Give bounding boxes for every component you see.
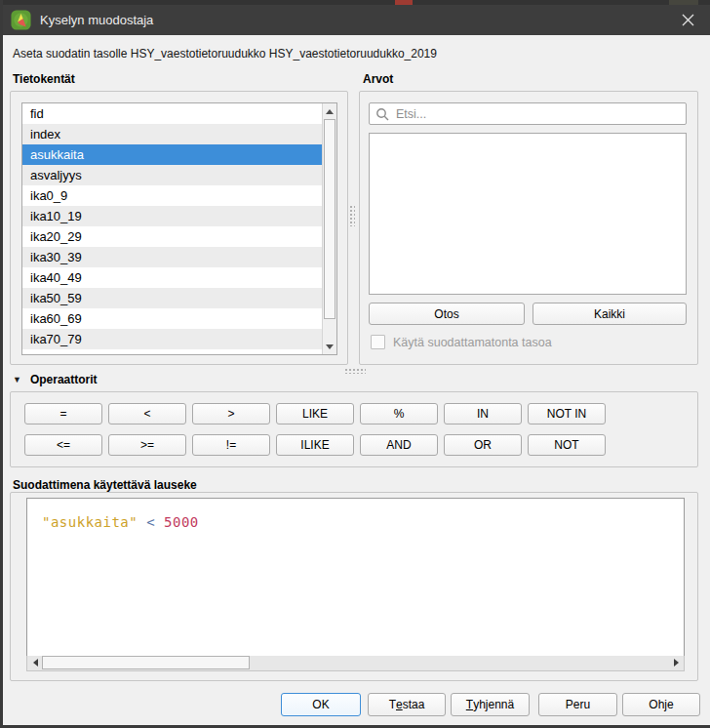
- operators-groupbox: = < > LIKE % IN NOT IN <= >= != ILIKE AN…: [10, 391, 698, 467]
- operator-percent-button[interactable]: %: [360, 403, 438, 425]
- use-unfiltered-layer-label: Käytä suodattamatonta tasoa: [393, 336, 552, 349]
- title-bar: Kyselyn muodostaja: [0, 5, 710, 35]
- field-row-ika50-59[interactable]: ika50_59: [22, 288, 322, 308]
- fields-vertical-scrollbar[interactable]: [322, 103, 336, 354]
- background-left-edge: [0, 0, 3, 728]
- field-row-ika-yli80[interactable]: ika_yli80: [22, 349, 322, 354]
- operator-like-button[interactable]: LIKE: [276, 403, 354, 425]
- fields-panel-label: Tietokentät: [13, 72, 75, 86]
- operator-less-than-button[interactable]: <: [108, 403, 186, 425]
- field-row-fid[interactable]: fid: [22, 103, 322, 124]
- field-row-ika60-69[interactable]: ika60_69: [22, 308, 322, 329]
- values-list[interactable]: [369, 133, 687, 295]
- clear-button[interactable]: Tyhjennä: [451, 693, 530, 716]
- operator-not-in-button[interactable]: NOT IN: [528, 403, 606, 425]
- arrow-left-icon: [33, 659, 38, 667]
- field-row-index[interactable]: index: [22, 124, 322, 144]
- operator-greater-than-button[interactable]: >: [192, 403, 270, 425]
- expression-number-token: 5000: [164, 514, 199, 530]
- expression-label: Suodattimena käytettävä lauseke: [13, 478, 197, 492]
- close-icon: [682, 14, 694, 26]
- all-values-button[interactable]: Kaikki: [532, 303, 687, 325]
- operators-label: Operaattorit: [30, 373, 98, 386]
- operators-header[interactable]: ▼ Operaattorit: [13, 373, 98, 386]
- field-row-asvaljyys[interactable]: asvaljyys: [22, 165, 322, 185]
- values-panel-label: Arvot: [363, 72, 393, 86]
- expression-operator-token: <: [146, 514, 155, 530]
- values-search: [369, 102, 687, 125]
- field-row-asukkaita-selected[interactable]: asukkaita: [22, 144, 322, 165]
- sample-button[interactable]: Otos: [369, 303, 525, 325]
- help-button-label: Ohje: [649, 698, 673, 711]
- expression-horizontal-scrollbar[interactable]: [26, 656, 685, 671]
- test-button[interactable]: Testaa: [368, 693, 446, 716]
- cancel-button[interactable]: Peru: [538, 693, 617, 716]
- scrollbar-thumb[interactable]: [324, 119, 335, 319]
- field-row-ika20-29[interactable]: ika20_29: [22, 226, 322, 247]
- search-input[interactable]: [369, 102, 687, 125]
- hscrollbar-thumb[interactable]: [42, 656, 250, 669]
- operator-less-equal-button[interactable]: <=: [24, 434, 102, 456]
- use-unfiltered-layer-checkbox[interactable]: [371, 335, 385, 349]
- field-row-ika0-9[interactable]: ika0_9: [22, 185, 322, 206]
- operator-ilike-button[interactable]: ILIKE: [276, 434, 354, 456]
- help-button[interactable]: Ohje: [622, 693, 700, 716]
- fields-list[interactable]: fid index asukkaita asvaljyys ika0_9 ika…: [21, 102, 337, 355]
- query-builder-dialog: { "window": { "title": "Kyselyn muodosta…: [0, 0, 710, 728]
- operator-not-button[interactable]: NOT: [528, 434, 606, 456]
- operator-in-button[interactable]: IN: [444, 403, 522, 425]
- expression-text: "asukkaita" < 5000: [42, 514, 199, 530]
- field-row-ika70-79[interactable]: ika70_79: [22, 329, 322, 349]
- scroll-down-button[interactable]: [323, 339, 336, 354]
- field-row-ika10-19[interactable]: ika10_19: [22, 206, 322, 226]
- window-title: Kyselyn muodostaja: [40, 13, 153, 27]
- ok-button[interactable]: OK: [281, 693, 361, 716]
- scroll-left-button[interactable]: [27, 656, 43, 669]
- panel-splitter-handle-horizontal[interactable]: [344, 368, 366, 374]
- expression-editor[interactable]: "asukkaita" < 5000: [26, 498, 685, 657]
- search-icon: [375, 107, 389, 121]
- qgis-logo-icon: [11, 10, 31, 30]
- field-row-ika40-49[interactable]: ika40_49: [22, 267, 322, 288]
- operator-and-button[interactable]: AND: [360, 434, 438, 456]
- operator-not-equal-button[interactable]: !=: [192, 434, 270, 456]
- operator-equals-button[interactable]: =: [24, 403, 102, 425]
- operators-grid: = < > LIKE % IN NOT IN <= >= != ILIKE AN…: [24, 403, 606, 456]
- panel-splitter-handle-vertical[interactable]: [349, 205, 355, 226]
- scroll-up-button[interactable]: [323, 103, 336, 119]
- scroll-right-button[interactable]: [668, 656, 684, 669]
- field-row-ika30-39[interactable]: ika30_39: [22, 247, 322, 267]
- arrow-right-icon: [674, 659, 679, 667]
- test-button-label: T: [389, 698, 396, 711]
- collapse-arrow-icon[interactable]: ▼: [13, 375, 21, 384]
- ok-button-label: OK: [312, 698, 329, 711]
- cancel-button-label: Peru: [566, 698, 590, 711]
- expression-field-token: "asukkaita": [42, 514, 138, 530]
- operator-or-button[interactable]: OR: [444, 434, 522, 456]
- fields-list-rows: fid index asukkaita asvaljyys ika0_9 ika…: [22, 103, 322, 354]
- arrow-down-icon: [326, 344, 334, 349]
- dialog-subtitle: Aseta suodatin tasolle HSY_vaestotietoru…: [13, 47, 437, 61]
- arrow-up-icon: [326, 109, 334, 114]
- operator-greater-equal-button[interactable]: >=: [108, 434, 186, 456]
- close-button[interactable]: [665, 5, 710, 35]
